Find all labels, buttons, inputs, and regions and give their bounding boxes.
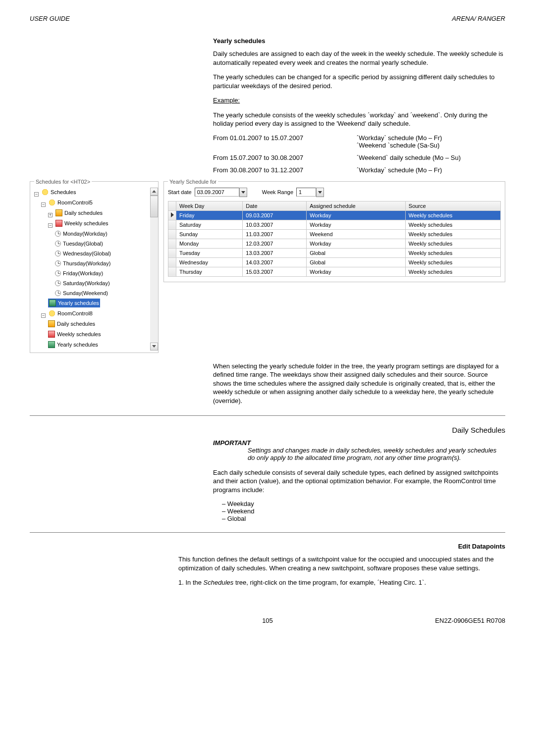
table-row[interactable]: Sunday11.03.2007WeekendWeekly schedules xyxy=(168,229,501,239)
tree-node-schedules[interactable]: Schedules xyxy=(42,188,76,197)
list-item: Global xyxy=(222,515,505,522)
yearly-schedule-panel: Yearly Schedule for Start date 03.09.200… xyxy=(163,179,505,353)
weekly-icon xyxy=(48,331,55,338)
clock-icon xyxy=(55,251,61,256)
tree-node-wednesday[interactable]: Wednesday(Global) xyxy=(55,249,111,258)
tree-expand-weekly[interactable]: − xyxy=(48,223,53,228)
cell-source: Weekly schedules xyxy=(405,220,500,229)
tree-node-roomcontrol8[interactable]: RoomControl8 xyxy=(49,309,93,318)
tree-expand-daily[interactable]: + xyxy=(48,213,53,217)
week-range-input[interactable]: 1 xyxy=(296,188,316,197)
tree-node-daily-schedules[interactable]: Daily schedules xyxy=(55,208,103,217)
period-row-1: From 01.01.2007 to 15.07.2007 ´Workday` … xyxy=(213,134,505,149)
list-item: Weekend xyxy=(222,507,505,515)
period-left-2: From 15.07.2007 to 30.08.2007 xyxy=(213,154,357,161)
cell-date: 10.03.2007 xyxy=(243,220,307,229)
tree-expand-room8[interactable]: − xyxy=(41,313,46,318)
row-marker-cell xyxy=(168,267,176,276)
table-row[interactable]: Friday09.03.2007WorkdayWeekly schedules xyxy=(168,210,501,220)
start-date-input[interactable]: 03.09.2007 xyxy=(195,188,239,197)
table-row[interactable]: Thursday15.03.2007WorkdayWeekly schedule… xyxy=(168,267,501,276)
period-right-3: ´Workday` schedule (Mo – Fr) xyxy=(357,166,505,174)
tree-expand-room5[interactable]: − xyxy=(41,202,46,207)
clock-icon xyxy=(55,280,61,286)
period-left-3: From 30.08.2007 to 31.12.2007 xyxy=(213,166,357,174)
program-icon xyxy=(49,310,55,317)
row-marker-cell xyxy=(168,210,176,220)
row-marker-cell xyxy=(168,220,176,229)
week-range-label: Week Range xyxy=(262,189,293,195)
yearly-schedule-table[interactable]: Week Day Date Assigned schedule Source F… xyxy=(168,201,501,277)
row-marker-cell xyxy=(168,248,176,257)
yearly-panel-legend: Yearly Schedule for xyxy=(168,179,218,185)
page-number: 105 xyxy=(129,617,406,624)
schedule-tree[interactable]: − Schedules − RoomControl5 xyxy=(34,188,150,351)
period-right-2: ´Weekend` daily schedule (Mo – Su) xyxy=(357,154,505,161)
col-header-weekday[interactable]: Week Day xyxy=(176,201,243,210)
tree-node-daily-schedules-2[interactable]: Daily schedules xyxy=(48,319,95,328)
scroll-up-button[interactable] xyxy=(150,188,158,196)
tree-node-weekly-schedules-2[interactable]: Weekly schedules xyxy=(48,330,101,339)
list-item: Weekday xyxy=(222,500,505,507)
schedule-tree-panel: Schedules for <HT02> − Schedules xyxy=(30,179,159,353)
cell-date: 15.03.2007 xyxy=(243,267,307,276)
weekly-icon xyxy=(55,220,62,227)
important-label: IMPORTANT xyxy=(213,439,505,447)
tree-node-friday[interactable]: Friday(Workday) xyxy=(55,269,103,278)
table-row[interactable]: Tuesday13.03.2007GlobalWeekly schedules xyxy=(168,248,501,257)
cell-source: Weekly schedules xyxy=(405,257,500,267)
scroll-track[interactable] xyxy=(150,217,158,343)
cell-weekday: Friday xyxy=(176,210,243,220)
tree-node-yearly-schedules[interactable]: Yearly schedules xyxy=(48,299,100,307)
schedules-icon xyxy=(42,189,49,196)
period-left-1: From 01.01.2007 to 15.07.2007 xyxy=(213,134,357,149)
week-range-dropdown[interactable] xyxy=(316,188,324,197)
clock-icon xyxy=(55,241,61,247)
important-body: Settings and changes made in daily sched… xyxy=(248,447,505,461)
cell-weekday: Tuesday xyxy=(176,248,243,257)
cell-assigned: Workday xyxy=(307,220,406,229)
separator-1 xyxy=(30,415,505,416)
start-date-dropdown[interactable] xyxy=(239,188,247,197)
page-header: USER GUIDE ARENA/ RANGER xyxy=(30,15,505,22)
tree-node-sunday[interactable]: Sunday(Weekend) xyxy=(55,289,108,298)
doc-id: EN2Z-0906GE51 R0708 xyxy=(406,617,505,624)
table-row[interactable]: Wednesday14.03.2007GlobalWeekly schedule… xyxy=(168,257,501,267)
tree-node-tuesday[interactable]: Tuesday(Global) xyxy=(55,239,103,248)
tree-expand-root[interactable]: − xyxy=(34,192,39,197)
scroll-thumb[interactable] xyxy=(150,196,158,217)
cell-date: 11.03.2007 xyxy=(243,229,307,239)
col-header-date[interactable]: Date xyxy=(243,201,307,210)
separator-2 xyxy=(30,532,505,533)
daily-p1: Each daily schedule consists of several … xyxy=(213,468,505,495)
col-header-assigned[interactable]: Assigned schedule xyxy=(307,201,406,210)
tree-scrollbar[interactable] xyxy=(150,188,158,351)
col-header-source[interactable]: Source xyxy=(405,201,500,210)
tree-node-monday[interactable]: Monday(Workday) xyxy=(55,229,107,238)
page-footer: 105 EN2Z-0906GE51 R0708 xyxy=(30,617,505,624)
header-right: ARENA/ RANGER xyxy=(452,15,505,22)
daily-icon xyxy=(55,209,62,216)
row-marker-cell xyxy=(168,229,176,239)
yearly-p2: The yearly schedules can be changed for … xyxy=(213,73,505,90)
cell-date: 12.03.2007 xyxy=(243,239,307,248)
tree-node-roomcontrol5[interactable]: RoomControl5 xyxy=(49,198,93,207)
period-right-1a: ´Workday` schedule (Mo – Fr) xyxy=(357,134,505,142)
tree-node-saturday[interactable]: Saturday(Workday) xyxy=(55,279,110,288)
edit-dp-p1: This function defines the default settin… xyxy=(178,555,505,572)
tree-node-thursday[interactable]: Thursday(Workday) xyxy=(55,259,110,268)
scroll-down-button[interactable] xyxy=(150,343,158,351)
cell-weekday: Wednesday xyxy=(176,257,243,267)
tree-node-weekly-schedules[interactable]: Weekly schedules xyxy=(55,219,108,228)
row-marker-icon xyxy=(171,212,174,217)
tree-node-yearly-schedules-2[interactable]: Yearly schedules xyxy=(48,340,98,349)
cell-date: 13.03.2007 xyxy=(243,248,307,257)
cell-source: Weekly schedules xyxy=(405,267,500,276)
cell-date: 09.03.2007 xyxy=(243,210,307,220)
yearly-p1: Daily schedules are assigned to each day… xyxy=(213,50,505,67)
cell-weekday: Monday xyxy=(176,239,243,248)
tree-legend: Schedules for <HT02> xyxy=(34,179,92,185)
table-row[interactable]: Monday12.03.2007WorkdayWeekly schedules xyxy=(168,239,501,248)
table-row[interactable]: Saturday10.03.2007WorkdayWeekly schedule… xyxy=(168,220,501,229)
clock-icon xyxy=(55,260,61,266)
